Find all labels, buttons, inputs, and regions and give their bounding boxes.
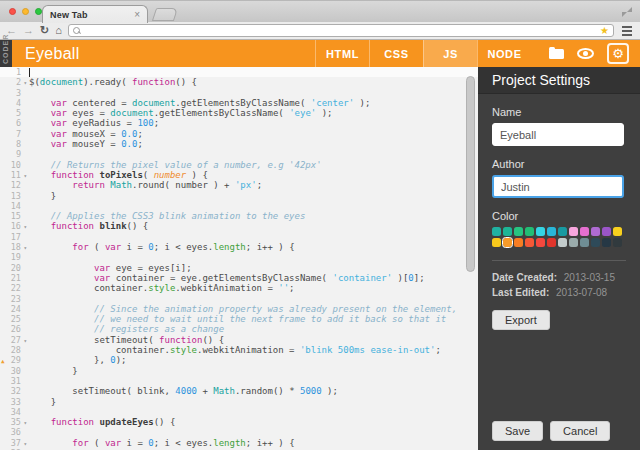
media-folder-icon[interactable] bbox=[549, 49, 564, 59]
address-bar[interactable]: ★ bbox=[68, 24, 614, 37]
close-window-button[interactable] bbox=[9, 8, 16, 15]
code-line[interactable]: 24 // Since the animation property was a… bbox=[0, 304, 478, 314]
color-swatch[interactable] bbox=[558, 238, 567, 247]
color-swatch[interactable] bbox=[580, 227, 589, 236]
code-line[interactable]: 15 // Applies the CSS3 blink animation t… bbox=[0, 211, 478, 221]
code-line[interactable]: 27▾ setTimeout( function() { bbox=[0, 335, 478, 345]
bookmark-star-icon[interactable]: ★ bbox=[600, 26, 609, 36]
save-button[interactable]: Save bbox=[492, 421, 543, 441]
tab-js[interactable]: JS bbox=[423, 40, 477, 67]
code-line[interactable]: 18▾ for ( var i = 0; i < eyes.length; i+… bbox=[0, 242, 478, 252]
code-line[interactable]: 37▾ for ( var i = 0; i < eyes.length; i+… bbox=[0, 438, 478, 448]
code-text bbox=[24, 252, 29, 262]
code-line[interactable]: 12 return Math.round( number ) + 'px'; bbox=[0, 180, 478, 190]
code-text: var eyes = document.getElementsByClassNa… bbox=[24, 108, 333, 118]
forward-icon[interactable]: → bbox=[23, 25, 34, 36]
code-line[interactable]: 31 bbox=[0, 376, 478, 386]
code-line[interactable]: 10 // Returns the pixel value of a numbe… bbox=[0, 160, 478, 170]
code-line[interactable]: 21 var container = eye.getElementsByClas… bbox=[0, 273, 478, 283]
color-swatch[interactable] bbox=[558, 227, 567, 236]
code-line[interactable]: 22 container.style.webkitAnimation = ''; bbox=[0, 283, 478, 293]
code-line[interactable]: 2▾$(document).ready( function() { bbox=[0, 77, 478, 87]
close-tab-icon[interactable]: × bbox=[134, 10, 140, 20]
color-swatch[interactable] bbox=[613, 238, 622, 247]
color-swatch[interactable] bbox=[536, 227, 545, 236]
code-line[interactable]: 13 } bbox=[0, 191, 478, 201]
code-line[interactable]: 30 } bbox=[0, 366, 478, 376]
code-line[interactable]: 25 // we need to wait until the next fra… bbox=[0, 314, 478, 324]
color-swatch[interactable] bbox=[547, 238, 556, 247]
line-number: 10 bbox=[0, 160, 24, 170]
code-line[interactable]: 28 container.style.webkitAnimation = 'bl… bbox=[0, 345, 478, 355]
tab-html[interactable]: HTML bbox=[315, 40, 369, 67]
code-line[interactable]: 23 bbox=[0, 294, 478, 304]
settings-gear-button[interactable]: ⚙ bbox=[607, 43, 629, 64]
author-field[interactable] bbox=[492, 175, 624, 198]
code-editor[interactable]: 12▾$(document).ready( function() {34 var… bbox=[0, 67, 478, 450]
color-swatch[interactable] bbox=[503, 227, 512, 236]
color-swatch[interactable] bbox=[514, 238, 523, 247]
color-swatch[interactable] bbox=[569, 227, 578, 236]
code-line[interactable]: 1 bbox=[0, 67, 478, 77]
export-button[interactable]: Export bbox=[492, 310, 550, 330]
code-line[interactable]: 9 bbox=[0, 149, 478, 159]
color-swatch[interactable] bbox=[613, 227, 622, 236]
code-line[interactable]: 32 setTimeout( blink, 4000 + Math.random… bbox=[0, 386, 478, 396]
code-text bbox=[24, 427, 29, 437]
color-swatch[interactable] bbox=[536, 238, 545, 247]
code-line[interactable]: 3 bbox=[0, 88, 478, 98]
color-swatch[interactable] bbox=[525, 238, 534, 247]
tab-css[interactable]: CSS bbox=[369, 40, 423, 67]
code-line[interactable]: 16▾ function blink() { bbox=[0, 221, 478, 231]
line-number: 16▾ bbox=[0, 221, 24, 231]
tab-node[interactable]: NODE bbox=[477, 40, 531, 67]
zoom-window-button[interactable] bbox=[35, 8, 42, 15]
line-number: 12 bbox=[0, 180, 24, 190]
code-line[interactable]: 4 var centered = document.getElementsByC… bbox=[0, 98, 478, 108]
name-field[interactable] bbox=[492, 123, 624, 146]
home-icon[interactable]: ⌂ bbox=[55, 25, 62, 36]
code-line[interactable]: 33 } bbox=[0, 397, 478, 407]
refresh-icon[interactable]: ↻ bbox=[40, 25, 49, 36]
code-line[interactable]: 29▲ }, 0); bbox=[0, 355, 478, 365]
code-line[interactable]: 8 var mouseY = 0.0; bbox=[0, 139, 478, 149]
color-swatch[interactable] bbox=[492, 227, 501, 236]
code-line[interactable]: 20 var eye = eyes[i]; bbox=[0, 263, 478, 273]
color-swatch[interactable] bbox=[525, 227, 534, 236]
code-text: }, 0); bbox=[24, 355, 127, 365]
code-line[interactable]: 14 bbox=[0, 201, 478, 211]
code-text: var mouseX = 0.0; bbox=[24, 129, 143, 139]
browser-toolbar: ← → ↻ ⌂ ★ bbox=[0, 22, 640, 40]
code-line[interactable]: 7 var mouseX = 0.0; bbox=[0, 129, 478, 139]
color-swatch[interactable] bbox=[602, 238, 611, 247]
code-line[interactable]: 19 bbox=[0, 252, 478, 262]
code-line[interactable]: 11▾ function toPixels( number ) { bbox=[0, 170, 478, 180]
color-swatch[interactable] bbox=[591, 227, 600, 236]
new-tab-button[interactable] bbox=[152, 8, 178, 21]
code-line[interactable]: 26 // registers as a change bbox=[0, 324, 478, 334]
resize-window-icon[interactable] bbox=[622, 7, 632, 17]
code-line[interactable]: 6 var eyeRadius = 100; bbox=[0, 118, 478, 128]
color-swatch[interactable] bbox=[503, 238, 512, 247]
cancel-button[interactable]: Cancel bbox=[550, 421, 610, 441]
color-swatch[interactable] bbox=[492, 238, 501, 247]
code-line[interactable]: 35▾ function updateEyes() { bbox=[0, 417, 478, 427]
color-swatch[interactable] bbox=[580, 238, 589, 247]
color-swatch[interactable] bbox=[569, 238, 578, 247]
browser-tab[interactable]: New Tab × bbox=[42, 5, 148, 23]
minimize-window-button[interactable] bbox=[22, 8, 29, 15]
color-swatch[interactable] bbox=[547, 227, 556, 236]
code-line[interactable]: 5 var eyes = document.getElementsByClass… bbox=[0, 108, 478, 118]
editor-scrollbar[interactable] bbox=[466, 76, 475, 272]
code-line[interactable]: 34 bbox=[0, 407, 478, 417]
color-swatch[interactable] bbox=[591, 238, 600, 247]
browser-menu-icon[interactable] bbox=[620, 26, 634, 36]
line-number: 7 bbox=[0, 129, 24, 139]
color-swatch[interactable] bbox=[514, 227, 523, 236]
code-line[interactable]: 36 bbox=[0, 427, 478, 437]
color-swatch[interactable] bbox=[602, 227, 611, 236]
code-text: } bbox=[24, 191, 56, 201]
line-number: 32 bbox=[0, 386, 24, 396]
code-line[interactable]: 17 bbox=[0, 232, 478, 242]
preview-eye-icon[interactable] bbox=[577, 48, 594, 59]
